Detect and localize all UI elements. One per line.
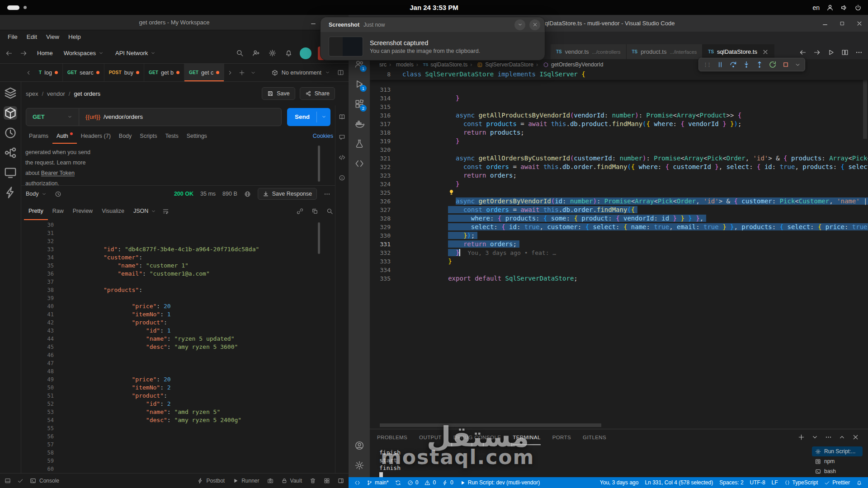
new-terminal-icon[interactable] bbox=[798, 434, 805, 441]
more-actions-icon[interactable] bbox=[324, 191, 330, 197]
code-line[interactable]: 320 async getAllOrdersByCustomerId(custo… bbox=[370, 145, 868, 154]
save-button[interactable]: Save bbox=[262, 87, 295, 100]
step-into-icon[interactable] bbox=[742, 61, 750, 69]
code-line[interactable]: 323 } bbox=[370, 171, 868, 180]
code-line[interactable]: 335 bbox=[370, 274, 868, 283]
layout-icon[interactable] bbox=[337, 69, 344, 76]
save-response-button[interactable]: Save Response bbox=[258, 188, 317, 200]
search-icon[interactable] bbox=[236, 49, 244, 57]
documentation-icon[interactable] bbox=[339, 113, 345, 120]
menu-item[interactable]: File bbox=[4, 32, 22, 42]
two-pane-view-icon[interactable] bbox=[324, 478, 330, 484]
remote-indicator[interactable] bbox=[351, 477, 363, 488]
sync-changes-icon[interactable] bbox=[392, 477, 404, 488]
maximize-panel-icon[interactable] bbox=[839, 434, 845, 441]
request-section-tab[interactable]: Headers (7) bbox=[77, 128, 115, 144]
scroll-tabs-left-icon[interactable] bbox=[25, 70, 32, 76]
flows-icon[interactable] bbox=[4, 146, 17, 160]
response-view-tab[interactable]: Visualize bbox=[97, 202, 129, 220]
terminal-output[interactable]: finishstartfinish bbox=[379, 449, 809, 472]
system-tray[interactable]: en bbox=[812, 4, 862, 11]
gitlens-blame-indicator[interactable]: You, 3 days ago bbox=[597, 477, 642, 488]
workspaces-menu[interactable]: Workspaces bbox=[64, 50, 104, 56]
request-tab[interactable]: GET searc bbox=[63, 64, 104, 81]
send-options-icon[interactable] bbox=[321, 114, 326, 119]
close-panel-icon[interactable] bbox=[852, 434, 859, 441]
cursor-position-indicator[interactable]: Ln 331, Col 4 (578 selected) bbox=[642, 477, 716, 488]
notifications-icon[interactable] bbox=[285, 49, 292, 57]
response-time[interactable]: 35 ms bbox=[200, 191, 216, 197]
maximize-button[interactable] bbox=[834, 15, 851, 32]
wrap-text-icon[interactable] bbox=[162, 208, 169, 215]
editor-tab[interactable]: TS product.ts .../interfaces bbox=[627, 44, 703, 59]
link-icon[interactable] bbox=[297, 208, 303, 215]
navigate-forward-icon[interactable] bbox=[813, 49, 821, 56]
breadcrumb-item[interactable]: TS sqlDataStore.ts bbox=[416, 61, 468, 68]
drag-handle[interactable]: ⋮⋮ bbox=[703, 62, 711, 68]
network-icon[interactable] bbox=[244, 191, 251, 197]
nav-back-icon[interactable] bbox=[5, 50, 13, 57]
debug-pause-icon[interactable] bbox=[716, 61, 724, 69]
code-line[interactable]: 313 } bbox=[370, 85, 868, 94]
copy-icon[interactable] bbox=[311, 208, 318, 215]
status-badge[interactable]: 200 OK bbox=[174, 191, 193, 197]
close-notification-button[interactable] bbox=[529, 19, 540, 30]
code-line[interactable]: 318 } bbox=[370, 128, 868, 137]
menu-item[interactable]: Help bbox=[64, 32, 85, 42]
git-branch-indicator[interactable]: main* bbox=[363, 477, 392, 488]
close-tab-icon[interactable] bbox=[762, 49, 769, 55]
console-button[interactable]: Console bbox=[30, 478, 59, 484]
warnings-indicator[interactable]: 0 bbox=[421, 477, 439, 488]
monitors-icon[interactable] bbox=[4, 186, 17, 199]
code-line[interactable]: 321 const orders = await this.db.order.f… bbox=[370, 154, 868, 163]
editor-tab[interactable]: TS vendor.ts .../controllers bbox=[551, 44, 627, 59]
code-line[interactable]: 324 bbox=[370, 180, 868, 188]
sticky-scroll-line[interactable]: 8 class SqlServerDataStore implements IS… bbox=[370, 70, 868, 80]
response-body-dropdown[interactable]: Body bbox=[26, 191, 47, 197]
step-over-icon[interactable] bbox=[729, 61, 737, 69]
code-snippet-icon[interactable] bbox=[339, 154, 345, 161]
terminal-profile-icon[interactable] bbox=[811, 434, 818, 441]
response-view-tab[interactable]: Raw bbox=[48, 202, 68, 220]
code-line[interactable]: 327 where: { products: { some: { product… bbox=[370, 206, 868, 214]
request-section-tab[interactable]: Scripts bbox=[136, 128, 161, 144]
history-icon[interactable] bbox=[55, 191, 61, 197]
invite-icon[interactable] bbox=[252, 49, 260, 57]
debug-restart-icon[interactable] bbox=[769, 61, 777, 69]
scrollbar-thumb[interactable] bbox=[318, 145, 320, 182]
postbot-button[interactable]: Postbot bbox=[197, 478, 225, 484]
share-button[interactable]: Share bbox=[300, 87, 335, 100]
panel-tab[interactable]: TERMINAL bbox=[513, 429, 540, 445]
panel-tab[interactable]: GITLENS bbox=[583, 429, 606, 445]
account-avatar[interactable] bbox=[300, 47, 311, 59]
code-line[interactable]: 334 export default SqlServerDataStore; bbox=[370, 266, 868, 274]
trash-icon[interactable] bbox=[310, 478, 316, 484]
horizontal-scrollbar[interactable] bbox=[380, 423, 601, 427]
editor-more-actions-icon[interactable] bbox=[855, 49, 863, 56]
testing-icon[interactable] bbox=[349, 134, 370, 154]
request-section-tab[interactable]: Params bbox=[25, 128, 52, 144]
code-line[interactable]: 315 async getAllProductsByVendorId(vendo… bbox=[370, 103, 868, 111]
user-menu-icon[interactable] bbox=[826, 4, 834, 11]
request-tab[interactable]: GET get b bbox=[144, 64, 184, 81]
editor-tab[interactable]: TS sqlDataStore.ts bbox=[703, 44, 774, 59]
toggle-panel-icon[interactable] bbox=[5, 478, 11, 484]
scrollbar-thumb[interactable] bbox=[318, 222, 320, 254]
request-section-tab[interactable]: Auth bbox=[52, 128, 77, 144]
menu-item[interactable]: View bbox=[42, 32, 63, 42]
run-file-icon[interactable] bbox=[827, 49, 835, 56]
run-debug-icon[interactable]: 1 bbox=[349, 74, 370, 94]
collections-icon[interactable] bbox=[4, 86, 17, 100]
docker-icon[interactable] bbox=[349, 114, 370, 134]
breadcrumb-item[interactable]: spex bbox=[26, 90, 38, 97]
indentation-indicator[interactable]: Spaces: 2 bbox=[716, 477, 746, 488]
breadcrumb-item[interactable]: SqlServerDataStore bbox=[470, 61, 533, 68]
panel-tab[interactable]: PROBLEMS bbox=[377, 429, 407, 445]
minimize-icon[interactable] bbox=[310, 19, 316, 26]
code-line[interactable]: 333 bbox=[370, 257, 868, 266]
notifications-bell-icon[interactable] bbox=[853, 477, 865, 488]
eol-indicator[interactable]: LF bbox=[769, 477, 781, 488]
ports-indicator[interactable]: 0 bbox=[439, 477, 457, 488]
manage-icon[interactable] bbox=[349, 455, 370, 475]
scroll-tabs-right-icon[interactable] bbox=[227, 70, 233, 76]
